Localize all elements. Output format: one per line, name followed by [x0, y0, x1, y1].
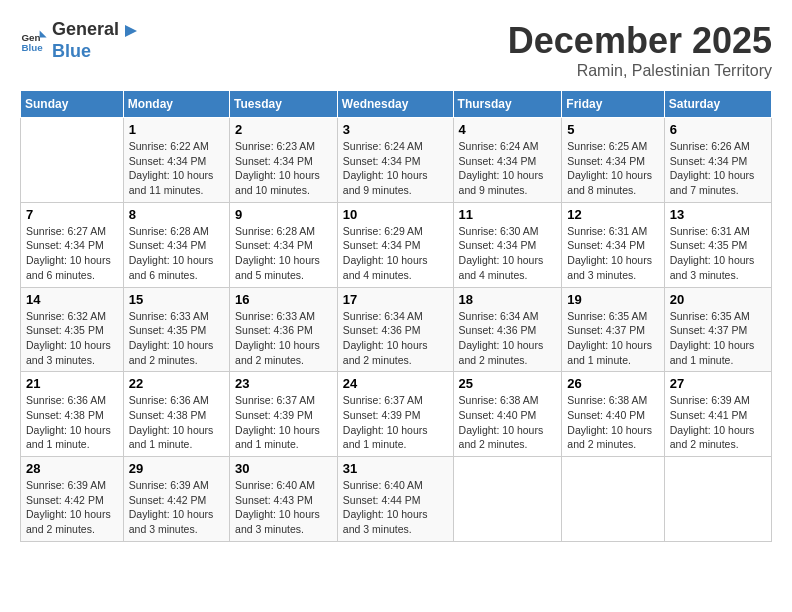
month-title: December 2025 [508, 20, 772, 62]
calendar-week-row: 21Sunrise: 6:36 AMSunset: 4:38 PMDayligh… [21, 372, 772, 457]
calendar-day-cell: 6Sunrise: 6:26 AMSunset: 4:34 PMDaylight… [664, 118, 771, 203]
logo-icon: Gen Blue [20, 27, 48, 55]
calendar-day-cell: 4Sunrise: 6:24 AMSunset: 4:34 PMDaylight… [453, 118, 562, 203]
calendar-day-cell: 11Sunrise: 6:30 AMSunset: 4:34 PMDayligh… [453, 202, 562, 287]
day-number: 9 [235, 207, 332, 222]
day-number: 13 [670, 207, 766, 222]
day-of-week-header: Sunday [21, 91, 124, 118]
day-number: 1 [129, 122, 224, 137]
day-info: Sunrise: 6:31 AMSunset: 4:35 PMDaylight:… [670, 224, 766, 283]
calendar-day-cell: 15Sunrise: 6:33 AMSunset: 4:35 PMDayligh… [123, 287, 229, 372]
calendar-day-cell [562, 457, 664, 542]
day-of-week-header: Friday [562, 91, 664, 118]
calendar-day-cell [664, 457, 771, 542]
day-info: Sunrise: 6:28 AMSunset: 4:34 PMDaylight:… [235, 224, 332, 283]
calendar-day-cell: 14Sunrise: 6:32 AMSunset: 4:35 PMDayligh… [21, 287, 124, 372]
calendar-week-row: 7Sunrise: 6:27 AMSunset: 4:34 PMDaylight… [21, 202, 772, 287]
day-info: Sunrise: 6:31 AMSunset: 4:34 PMDaylight:… [567, 224, 658, 283]
day-info: Sunrise: 6:39 AMSunset: 4:41 PMDaylight:… [670, 393, 766, 452]
svg-marker-1 [40, 30, 47, 37]
day-number: 26 [567, 376, 658, 391]
day-of-week-header: Tuesday [230, 91, 338, 118]
day-number: 5 [567, 122, 658, 137]
day-number: 22 [129, 376, 224, 391]
logo-arrow-icon [121, 21, 141, 41]
day-number: 16 [235, 292, 332, 307]
day-number: 3 [343, 122, 448, 137]
day-number: 27 [670, 376, 766, 391]
title-block: December 2025 Ramin, Palestinian Territo… [508, 20, 772, 80]
day-info: Sunrise: 6:36 AMSunset: 4:38 PMDaylight:… [129, 393, 224, 452]
calendar-week-row: 1Sunrise: 6:22 AMSunset: 4:34 PMDaylight… [21, 118, 772, 203]
calendar-day-cell: 18Sunrise: 6:34 AMSunset: 4:36 PMDayligh… [453, 287, 562, 372]
day-info: Sunrise: 6:25 AMSunset: 4:34 PMDaylight:… [567, 139, 658, 198]
calendar-day-cell: 25Sunrise: 6:38 AMSunset: 4:40 PMDayligh… [453, 372, 562, 457]
calendar-day-cell: 21Sunrise: 6:36 AMSunset: 4:38 PMDayligh… [21, 372, 124, 457]
calendar-day-cell: 23Sunrise: 6:37 AMSunset: 4:39 PMDayligh… [230, 372, 338, 457]
calendar-day-cell: 8Sunrise: 6:28 AMSunset: 4:34 PMDaylight… [123, 202, 229, 287]
day-info: Sunrise: 6:34 AMSunset: 4:36 PMDaylight:… [459, 309, 557, 368]
calendar-day-cell: 27Sunrise: 6:39 AMSunset: 4:41 PMDayligh… [664, 372, 771, 457]
calendar-day-cell: 9Sunrise: 6:28 AMSunset: 4:34 PMDaylight… [230, 202, 338, 287]
calendar-day-cell [453, 457, 562, 542]
calendar-week-row: 28Sunrise: 6:39 AMSunset: 4:42 PMDayligh… [21, 457, 772, 542]
calendar-day-cell: 17Sunrise: 6:34 AMSunset: 4:36 PMDayligh… [337, 287, 453, 372]
day-info: Sunrise: 6:36 AMSunset: 4:38 PMDaylight:… [26, 393, 118, 452]
day-number: 19 [567, 292, 658, 307]
day-number: 25 [459, 376, 557, 391]
page-header: Gen Blue General Blue December 2025 Rami… [20, 20, 772, 80]
day-info: Sunrise: 6:39 AMSunset: 4:42 PMDaylight:… [26, 478, 118, 537]
calendar-day-cell: 16Sunrise: 6:33 AMSunset: 4:36 PMDayligh… [230, 287, 338, 372]
calendar-day-cell [21, 118, 124, 203]
calendar-table: SundayMondayTuesdayWednesdayThursdayFrid… [20, 90, 772, 542]
calendar-day-cell: 30Sunrise: 6:40 AMSunset: 4:43 PMDayligh… [230, 457, 338, 542]
day-info: Sunrise: 6:30 AMSunset: 4:34 PMDaylight:… [459, 224, 557, 283]
day-number: 18 [459, 292, 557, 307]
day-number: 30 [235, 461, 332, 476]
calendar-day-cell: 1Sunrise: 6:22 AMSunset: 4:34 PMDaylight… [123, 118, 229, 203]
day-number: 23 [235, 376, 332, 391]
calendar-day-cell: 24Sunrise: 6:37 AMSunset: 4:39 PMDayligh… [337, 372, 453, 457]
day-of-week-header: Wednesday [337, 91, 453, 118]
day-info: Sunrise: 6:27 AMSunset: 4:34 PMDaylight:… [26, 224, 118, 283]
day-number: 8 [129, 207, 224, 222]
logo: Gen Blue General Blue [20, 20, 141, 62]
day-info: Sunrise: 6:24 AMSunset: 4:34 PMDaylight:… [459, 139, 557, 198]
calendar-day-cell: 19Sunrise: 6:35 AMSunset: 4:37 PMDayligh… [562, 287, 664, 372]
day-number: 31 [343, 461, 448, 476]
calendar-day-cell: 31Sunrise: 6:40 AMSunset: 4:44 PMDayligh… [337, 457, 453, 542]
day-number: 20 [670, 292, 766, 307]
day-of-week-header: Monday [123, 91, 229, 118]
day-number: 17 [343, 292, 448, 307]
day-number: 29 [129, 461, 224, 476]
day-info: Sunrise: 6:22 AMSunset: 4:34 PMDaylight:… [129, 139, 224, 198]
calendar-day-cell: 7Sunrise: 6:27 AMSunset: 4:34 PMDaylight… [21, 202, 124, 287]
day-info: Sunrise: 6:29 AMSunset: 4:34 PMDaylight:… [343, 224, 448, 283]
day-number: 24 [343, 376, 448, 391]
calendar-day-cell: 10Sunrise: 6:29 AMSunset: 4:34 PMDayligh… [337, 202, 453, 287]
day-number: 21 [26, 376, 118, 391]
calendar-week-row: 14Sunrise: 6:32 AMSunset: 4:35 PMDayligh… [21, 287, 772, 372]
logo-general-text: General [52, 19, 119, 39]
day-info: Sunrise: 6:37 AMSunset: 4:39 PMDaylight:… [235, 393, 332, 452]
location-title: Ramin, Palestinian Territory [508, 62, 772, 80]
day-info: Sunrise: 6:35 AMSunset: 4:37 PMDaylight:… [567, 309, 658, 368]
day-info: Sunrise: 6:35 AMSunset: 4:37 PMDaylight:… [670, 309, 766, 368]
day-number: 2 [235, 122, 332, 137]
day-info: Sunrise: 6:38 AMSunset: 4:40 PMDaylight:… [459, 393, 557, 452]
day-number: 6 [670, 122, 766, 137]
day-number: 7 [26, 207, 118, 222]
day-info: Sunrise: 6:26 AMSunset: 4:34 PMDaylight:… [670, 139, 766, 198]
day-number: 4 [459, 122, 557, 137]
calendar-day-cell: 3Sunrise: 6:24 AMSunset: 4:34 PMDaylight… [337, 118, 453, 203]
svg-marker-3 [125, 25, 137, 37]
day-info: Sunrise: 6:37 AMSunset: 4:39 PMDaylight:… [343, 393, 448, 452]
day-info: Sunrise: 6:23 AMSunset: 4:34 PMDaylight:… [235, 139, 332, 198]
day-info: Sunrise: 6:28 AMSunset: 4:34 PMDaylight:… [129, 224, 224, 283]
day-info: Sunrise: 6:40 AMSunset: 4:43 PMDaylight:… [235, 478, 332, 537]
calendar-day-cell: 20Sunrise: 6:35 AMSunset: 4:37 PMDayligh… [664, 287, 771, 372]
day-number: 11 [459, 207, 557, 222]
svg-text:Blue: Blue [21, 42, 43, 53]
day-of-week-header: Saturday [664, 91, 771, 118]
day-number: 14 [26, 292, 118, 307]
